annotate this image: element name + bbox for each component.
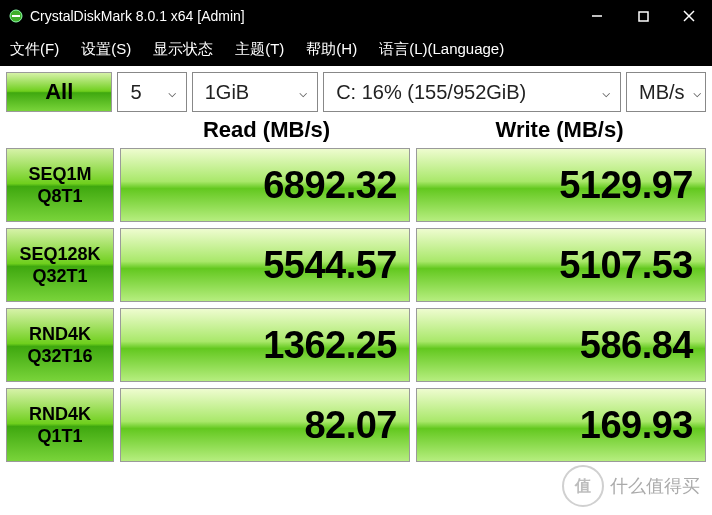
test-button-seq1m-q8t1[interactable]: SEQ1M Q8T1: [6, 148, 114, 222]
menu-help[interactable]: 帮助(H): [302, 38, 361, 61]
test-sublabel: Q32T1: [32, 265, 87, 287]
watermark-text: 什么值得买: [610, 474, 700, 498]
toolbar: All 5 ⌵ 1GiB ⌵ C: 16% (155/952GiB) ⌵ MB/…: [0, 66, 712, 112]
watermark: 值 什么值得买: [562, 465, 700, 507]
titlebar: CrystalDiskMark 8.0.1 x64 [Admin]: [0, 0, 712, 32]
write-value: 169.93: [416, 388, 706, 462]
read-value: 5544.57: [120, 228, 410, 302]
unit-select[interactable]: MB/s ⌵: [626, 72, 706, 112]
runs-value: 5: [130, 81, 141, 104]
read-value: 6892.32: [120, 148, 410, 222]
header-read: Read (MB/s): [120, 117, 413, 143]
table-row: SEQ1M Q8T1 6892.32 5129.97: [6, 148, 706, 222]
test-label: RND4K: [29, 323, 91, 345]
write-value: 5129.97: [416, 148, 706, 222]
test-button-rnd4k-q32t16[interactable]: RND4K Q32T16: [6, 308, 114, 382]
runs-select[interactable]: 5 ⌵: [117, 72, 186, 112]
svg-rect-1: [12, 15, 20, 17]
watermark-badge: 值: [562, 465, 604, 507]
test-sublabel: Q1T1: [37, 425, 82, 447]
app-icon: [8, 8, 24, 24]
chevron-down-icon: ⌵: [299, 84, 307, 100]
test-button-seq128k-q32t1[interactable]: SEQ128K Q32T1: [6, 228, 114, 302]
test-button-rnd4k-q1t1[interactable]: RND4K Q1T1: [6, 388, 114, 462]
table-row: RND4K Q32T16 1362.25 586.84: [6, 308, 706, 382]
svg-line-5: [684, 11, 694, 21]
header-write: Write (MB/s): [413, 117, 706, 143]
run-all-button[interactable]: All: [6, 72, 112, 112]
svg-rect-3: [639, 12, 648, 21]
write-value: 5107.53: [416, 228, 706, 302]
drive-select[interactable]: C: 16% (155/952GiB) ⌵: [323, 72, 621, 112]
read-value: 1362.25: [120, 308, 410, 382]
close-button[interactable]: [666, 0, 712, 32]
maximize-button[interactable]: [620, 0, 666, 32]
drive-value: C: 16% (155/952GiB): [336, 81, 526, 104]
menu-display[interactable]: 显示状态: [149, 38, 217, 61]
window-title: CrystalDiskMark 8.0.1 x64 [Admin]: [30, 8, 574, 24]
menu-file[interactable]: 文件(F): [6, 38, 63, 61]
menu-theme[interactable]: 主题(T): [231, 38, 288, 61]
chevron-down-icon: ⌵: [168, 84, 176, 100]
test-sublabel: Q8T1: [37, 185, 82, 207]
menu-settings[interactable]: 设置(S): [77, 38, 135, 61]
unit-value: MB/s: [639, 81, 685, 104]
write-value: 586.84: [416, 308, 706, 382]
chevron-down-icon: ⌵: [693, 84, 701, 100]
column-headers: Read (MB/s) Write (MB/s): [0, 112, 712, 148]
menu-language[interactable]: 语言(L)(Language): [375, 38, 508, 61]
results-grid: SEQ1M Q8T1 6892.32 5129.97 SEQ128K Q32T1…: [0, 148, 712, 474]
test-label: RND4K: [29, 403, 91, 425]
read-value: 82.07: [120, 388, 410, 462]
table-row: RND4K Q1T1 82.07 169.93: [6, 388, 706, 462]
minimize-button[interactable]: [574, 0, 620, 32]
test-sublabel: Q32T16: [27, 345, 92, 367]
menubar: 文件(F) 设置(S) 显示状态 主题(T) 帮助(H) 语言(L)(Langu…: [0, 32, 712, 66]
svg-line-4: [684, 11, 694, 21]
test-label: SEQ128K: [19, 243, 100, 265]
table-row: SEQ128K Q32T1 5544.57 5107.53: [6, 228, 706, 302]
test-size-select[interactable]: 1GiB ⌵: [192, 72, 318, 112]
size-value: 1GiB: [205, 81, 249, 104]
chevron-down-icon: ⌵: [602, 84, 610, 100]
test-label: SEQ1M: [28, 163, 91, 185]
